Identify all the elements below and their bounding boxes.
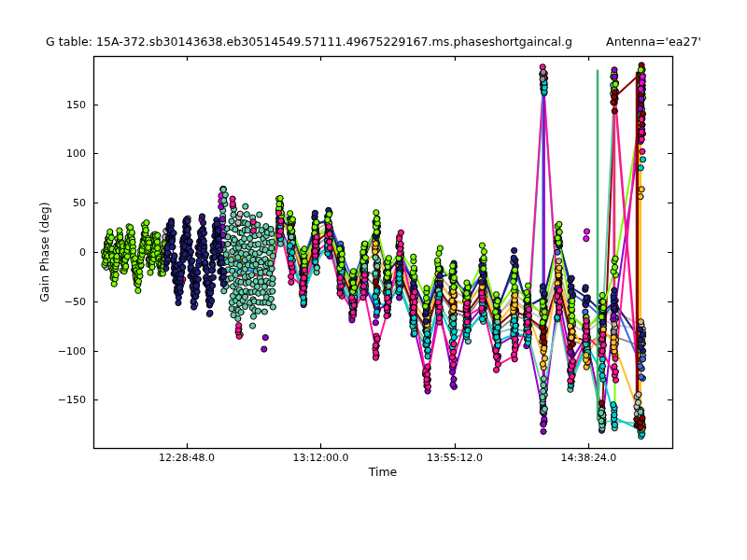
x-tick-label: 12:28:48.0 [159,452,215,464]
y-tick-label: 100 [35,147,86,160]
y-tick-label: −150 [35,394,86,406]
x-axis-label: Time [369,465,398,479]
y-tick-label: 50 [35,197,86,209]
x-tick-label: 13:55:12.0 [427,452,483,464]
y-tick-label: 150 [35,98,86,110]
y-tick-label: 0 [35,246,86,259]
figure: G table: 15A-372.sb30143638.eb30514549.5… [0,0,747,560]
y-tick-label: −100 [35,344,86,357]
y-tick-label: −50 [35,295,86,307]
x-tick-label: 13:12:00.0 [293,452,349,464]
x-tick-label: 14:38:24.0 [560,452,616,464]
title-text: G table: 15A-372.sb30143638.eb30514549.5… [46,35,572,49]
antenna-label: Antenna='ea27' [606,35,701,49]
figure-title: G table: 15A-372.sb30143638.eb30514549.5… [0,35,747,49]
